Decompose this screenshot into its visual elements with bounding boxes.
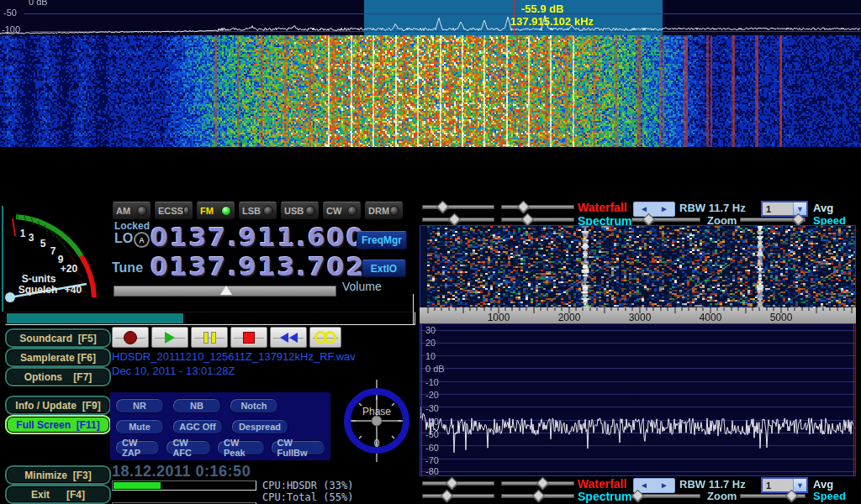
s-meter-tick-20: +20 (61, 263, 78, 275)
cw-fullbw-button[interactable]: CW FullBw (271, 440, 325, 455)
locked-label: Locked (114, 220, 150, 232)
speed-slider-bottom[interactable] (740, 491, 806, 501)
soundcard-button[interactable]: Soundcard [F5] (5, 328, 111, 348)
stop-button[interactable] (230, 327, 267, 348)
notch-button[interactable]: Notch (230, 398, 278, 413)
loop-icon (314, 331, 336, 344)
mode-led (389, 206, 399, 216)
mode-led (347, 206, 357, 216)
mode-led (263, 206, 273, 216)
chevron-down-icon[interactable]: ▼ (793, 202, 806, 215)
fullscreen-button[interactable]: Full Screen [F11] (5, 415, 111, 434)
lo-frequency-display[interactable]: 0137.911.600 (151, 223, 366, 252)
samplerate-button[interactable]: Samplerate [F6] (5, 348, 111, 367)
agc-button[interactable]: AGC Off (172, 419, 223, 434)
play-button[interactable] (151, 327, 188, 348)
mode-led (183, 206, 189, 216)
db-tick: -10 (425, 377, 439, 387)
spectrum-ref-slider-2[interactable] (422, 491, 494, 501)
tune-frequency-display[interactable]: 0137.913.702 (151, 252, 366, 281)
db-tick: 20 (425, 338, 436, 348)
mini-spectrum-canvas (0, 0, 861, 35)
zoom-label-bottom: Zoom (707, 490, 737, 502)
mode-button-ecss[interactable]: ECSS (154, 202, 193, 220)
rewind-button[interactable] (270, 327, 307, 348)
s-meter-tick-7: 7 (50, 245, 56, 257)
rewind-icon (279, 333, 298, 343)
waterfall-contrast-slider[interactable] (501, 202, 574, 212)
mode-button-lsb[interactable]: LSB (238, 202, 277, 220)
cw-zap-button[interactable]: CW ZAP (115, 440, 160, 455)
mode-button-cw[interactable]: CW (322, 202, 362, 220)
audio-frequency-scale[interactable]: 1000 2000 3000 4000 5000 (420, 307, 856, 323)
mode-led-active (221, 206, 231, 216)
speed-slider-top[interactable] (740, 215, 806, 224)
zoom-slider-top[interactable] (631, 215, 700, 224)
nr-button[interactable]: NR (115, 398, 164, 413)
spectrum-label-bottom[interactable]: Spectrum (578, 490, 632, 503)
rbw-label-bottom: RBW 11.7 Hz (679, 478, 746, 491)
audio-tick: 4000 (700, 312, 722, 323)
db-tick: -50 (425, 429, 439, 439)
info-update-button[interactable]: Info / Update [F9] (5, 396, 111, 415)
spectrum-range-slider-2[interactable] (501, 491, 574, 501)
s-meter-tick-1: 1 (20, 228, 26, 239)
cpu-hdsdr-fill (114, 482, 161, 489)
stop-icon (243, 332, 255, 344)
avg-label-top: Avg (813, 202, 833, 214)
tune-slider[interactable] (114, 286, 336, 297)
cpu-hdsdr-text: CPU:HDSDR (33%) (262, 480, 353, 491)
db-tick: -60 (425, 443, 439, 453)
waterfall-label-bottom[interactable]: Waterfall (578, 477, 627, 491)
tune-slider-thumb[interactable] (220, 286, 232, 295)
s-meter-signal-needle (13, 218, 15, 236)
mode-button-drm[interactable]: DRM (364, 202, 404, 220)
arrow-right-icon: ► (660, 481, 668, 490)
options-button[interactable]: Options [F7] (5, 367, 111, 386)
nb-button[interactable]: NB (172, 398, 221, 413)
despread-button[interactable]: Despread (231, 419, 288, 434)
mode-button-fm[interactable]: FM (196, 202, 235, 220)
speed-label-bottom: Speed (813, 490, 846, 502)
arrow-right-icon: ► (660, 205, 668, 213)
mode-button-am[interactable]: AM (112, 202, 151, 220)
record-icon (124, 331, 137, 344)
db-tick: -70 (425, 455, 439, 465)
lo-label: LO (114, 231, 133, 246)
db-tick: 0 dB (425, 364, 445, 374)
s-meter[interactable]: 1 3 5 7 9 +20 +40 S-units Squelch (2, 202, 106, 312)
spectrum-range-slider[interactable] (501, 215, 574, 224)
audio-waterfall-display[interactable] (420, 225, 856, 308)
audio-spectrum-display[interactable]: 30 20 10 0 dB -10 -20 -30 -40 -50 -60 -7… (420, 323, 856, 476)
arrow-left-icon: ◄ (640, 205, 648, 213)
waterfall-contrast-slider-2[interactable] (501, 479, 574, 488)
minimize-button[interactable]: Minimize [F3] (5, 465, 111, 485)
mode-button-usb[interactable]: USB (280, 202, 320, 220)
cw-peak-button[interactable]: CW Peak (217, 440, 265, 455)
squelch-level-bar[interactable] (5, 312, 415, 325)
zoom-slider-bottom[interactable] (631, 491, 700, 501)
freqmgr-button[interactable]: FreqMgr (357, 231, 407, 249)
mute-button[interactable]: Mute (115, 419, 164, 434)
lo-auto-badge[interactable]: A (134, 232, 150, 248)
mini-spectrum-display[interactable]: 0 dB -50 -100 -55.9 dB 137.915.102 kHz (0, 0, 861, 35)
db-tick: 10 (425, 351, 436, 361)
extio-button[interactable]: ExtIO (362, 260, 406, 277)
recording-timestamp: Dec 10, 2011 - 13:01:28Z (112, 365, 235, 377)
mode-led (305, 206, 315, 216)
loop-button[interactable] (309, 327, 341, 348)
s-meter-tick-40: +40 (65, 284, 82, 296)
record-button[interactable] (112, 327, 149, 348)
hdsdr-window: 137885 137890 137895 137900 137905 13791… (0, 0, 861, 504)
waterfall-label-top[interactable]: Waterfall (578, 201, 627, 214)
mini-db-label: -100 (2, 24, 20, 34)
exit-button[interactable]: Exit [F4] (5, 485, 111, 504)
chevron-down-icon[interactable]: ▼ (793, 479, 806, 491)
pause-button[interactable] (191, 327, 228, 348)
audio-tick: 1000 (488, 312, 510, 323)
spectrum-ref-slider[interactable] (422, 215, 494, 224)
waterfall-brightness-slider-2[interactable] (422, 479, 494, 488)
audio-tick: 3000 (629, 312, 652, 323)
waterfall-brightness-slider[interactable] (422, 202, 494, 212)
cw-afc-button[interactable]: CW AFC (166, 440, 211, 455)
